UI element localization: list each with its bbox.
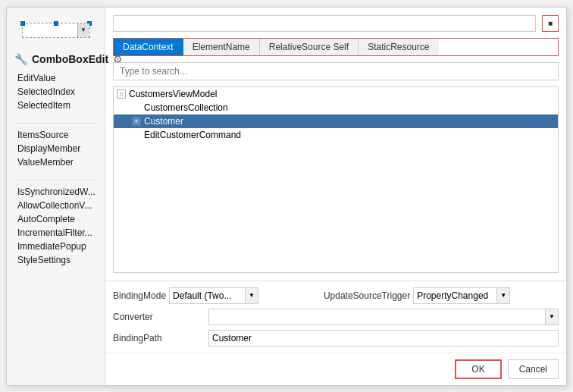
search-input[interactable]: [113, 62, 559, 80]
property-display-member[interactable]: DisplayMember: [14, 142, 97, 155]
binding-mode-row: BindingMode ▼ UpdateSourceTrigger ▼: [113, 287, 559, 304]
resize-handle-top-center[interactable]: [54, 21, 58, 26]
component-header: 🔧 ComboBoxEdit ⚙: [14, 50, 97, 71]
tree-label-editcommand: EditCustomerCommand: [144, 130, 241, 140]
action-row: OK Cancel: [105, 353, 566, 385]
search-row: [113, 62, 559, 80]
binding-tabs: DataContext ElementName RelativeSource S…: [113, 38, 559, 56]
property-items-source[interactable]: ItemsSource: [14, 128, 97, 142]
expander-customer[interactable]: +: [132, 117, 141, 126]
tree-label-viewmodel: CustomersViewModel: [129, 89, 218, 99]
widget-preview-area: ▼: [14, 15, 97, 38]
binding-path-label: BindingPath: [113, 333, 204, 343]
binding-path-input[interactable]: [208, 330, 559, 347]
ok-button[interactable]: OK: [455, 359, 501, 379]
converter-input[interactable]: [208, 309, 545, 325]
tab-staticresource[interactable]: StaticResource: [359, 39, 438, 55]
resize-handle-top-left[interactable]: [20, 21, 25, 26]
update-source-combo: ▼: [413, 287, 559, 304]
left-panel: ▼ 🔧 ComboBoxEdit ⚙ EditValue SelectedInd…: [7, 8, 105, 385]
component-title: ComboBoxEdit: [32, 53, 108, 65]
property-group-3: IsSynchronizedW... AllowCollectionV... A…: [14, 185, 97, 267]
binding-mode-label: BindingMode: [113, 290, 166, 301]
expander-viewmodel[interactable]: ○: [117, 89, 126, 99]
property-incremental-filter[interactable]: IncrementalFilter...: [14, 226, 97, 240]
dialog-body: ■ DataContext ElementName RelativeSource…: [105, 8, 566, 281]
cancel-button[interactable]: Cancel: [508, 359, 559, 379]
tree-container: ○ CustomersViewModel CustomersCollection…: [113, 86, 559, 273]
binding-mode-arrow[interactable]: ▼: [245, 287, 258, 304]
update-source-label: UpdateSourceTrigger: [324, 290, 410, 301]
tab-elementname[interactable]: ElementName: [183, 39, 260, 55]
value-clear-button[interactable]: ■: [542, 15, 559, 32]
binding-path-row: BindingPath: [113, 330, 559, 347]
property-style-settings[interactable]: StyleSettings: [14, 253, 97, 267]
value-row: ■: [113, 15, 559, 32]
divider-1: [14, 123, 97, 124]
property-list: EditValue SelectedIndex SelectedItem Ite…: [14, 71, 97, 273]
binding-dialog: ■ DataContext ElementName RelativeSource…: [105, 8, 566, 385]
expander-collection: [132, 103, 141, 112]
property-group-2: ItemsSource DisplayMember ValueMember: [14, 128, 97, 169]
property-selected-item[interactable]: SelectedItem: [14, 99, 97, 112]
divider-2: [14, 180, 97, 180]
property-group-1: EditValue SelectedIndex SelectedItem: [14, 71, 97, 112]
binding-mode-combo: ▼: [169, 287, 315, 304]
combo-box-widget: ▼: [22, 23, 90, 38]
expander-editcommand: [132, 130, 141, 140]
bottom-section: BindingMode ▼ UpdateSourceTrigger ▼ Conv…: [105, 281, 566, 353]
wrench-icon: 🔧: [14, 53, 27, 65]
value-input[interactable]: [113, 15, 536, 32]
converter-row: Converter ▼: [113, 309, 559, 325]
combo-drop-arrow[interactable]: ▼: [77, 24, 89, 37]
property-immediate-popup[interactable]: ImmediatePopup: [14, 240, 97, 253]
tree-label-collection: CustomersCollection: [144, 102, 228, 113]
binding-mode-input[interactable]: [169, 287, 245, 304]
tab-datacontext[interactable]: DataContext: [114, 39, 183, 55]
property-value-member[interactable]: ValueMember: [14, 155, 97, 169]
main-container: ▼ 🔧 ComboBoxEdit ⚙ EditValue SelectedInd…: [6, 7, 567, 386]
tab-relativesource[interactable]: RelativeSource Self: [260, 39, 359, 55]
property-edit-value[interactable]: EditValue: [14, 71, 97, 85]
tree-item-collection[interactable]: CustomersCollection: [114, 101, 558, 114]
property-auto-complete[interactable]: AutoComplete: [14, 212, 97, 226]
property-allow-collection[interactable]: AllowCollectionV...: [14, 199, 97, 212]
converter-label: Converter: [113, 312, 204, 322]
tree-item-customer[interactable]: + Customer: [114, 114, 558, 128]
converter-arrow[interactable]: ▼: [545, 309, 559, 325]
tree-item-editcommand[interactable]: EditCustomerCommand: [114, 128, 558, 142]
tree-item-viewmodel[interactable]: ○ CustomersViewModel: [114, 87, 558, 101]
update-source-arrow[interactable]: ▼: [496, 287, 510, 304]
converter-combo: ▼: [208, 309, 559, 325]
update-source-input[interactable]: [413, 287, 496, 304]
property-is-synchronized[interactable]: IsSynchronizedW...: [14, 185, 97, 199]
property-selected-index[interactable]: SelectedIndex: [14, 85, 97, 99]
tree-label-customer: Customer: [144, 116, 183, 127]
